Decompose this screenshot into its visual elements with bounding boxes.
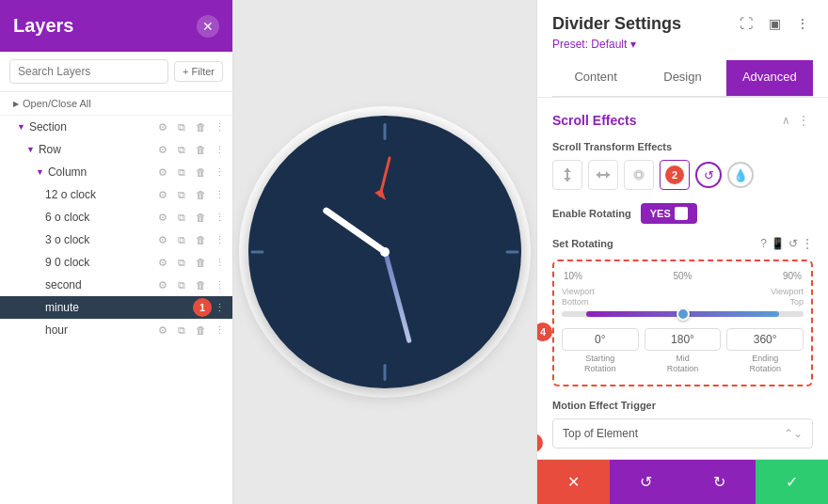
gear-icon[interactable]: ⚙ — [155, 232, 170, 247]
trash-icon[interactable]: 🗑 — [193, 210, 208, 225]
dots-icon[interactable]: ⋮ — [212, 119, 227, 134]
refresh-icon-btn[interactable]: ↺ — [695, 162, 722, 188]
layer-item-3oclock[interactable]: 3 o clock ⚙ ⧉ 🗑 ⋮ — [0, 228, 232, 251]
more-icon[interactable]: ⋮ — [792, 13, 813, 34]
slider-thumb[interactable] — [677, 307, 690, 321]
dots-icon[interactable]: ⋮ — [212, 165, 227, 180]
mobile-icon[interactable]: 📱 — [771, 237, 785, 250]
layer-item-column[interactable]: ▼ Column ⚙ ⧉ 🗑 ⋮ — [0, 161, 232, 183]
drop-icon-btn[interactable]: 💧 — [727, 162, 754, 188]
layer-item-9oclock[interactable]: 9 0 clock ⚙ ⧉ 🗑 ⋮ — [0, 251, 232, 274]
clock-wrapper — [248, 116, 521, 388]
copy-icon[interactable]: ⧉ — [174, 323, 189, 338]
trash-icon[interactable]: 🗑 — [193, 255, 208, 270]
trash-icon[interactable]: 🗑 — [193, 232, 208, 247]
more-dots-icon[interactable]: ⋮ — [802, 237, 813, 250]
minute-label: minute — [45, 301, 193, 314]
copy-icon[interactable]: ⧉ — [174, 210, 189, 225]
redo-button[interactable]: ↻ — [683, 460, 756, 504]
dots-icon[interactable]: ⋮ — [212, 210, 227, 225]
gear-icon[interactable]: ⚙ — [155, 142, 170, 157]
motion-trigger-select[interactable]: Top of Element ⌃⌄ — [552, 418, 813, 449]
layer-item-section[interactable]: ▼ Section ⚙ ⧉ 🗑 ⋮ — [0, 116, 232, 138]
undo-icon[interactable]: ↺ — [788, 237, 798, 250]
starting-rotation-input[interactable] — [562, 328, 639, 351]
gear-icon[interactable]: ⚙ — [155, 187, 170, 202]
trash-icon[interactable]: 🗑 — [193, 187, 208, 202]
question-icon[interactable]: ? — [760, 237, 767, 250]
copy-icon[interactable]: ⧉ — [174, 119, 189, 134]
motion-trigger-label: Motion Effect Trigger — [552, 400, 813, 411]
trash-icon[interactable]: 🗑 — [193, 323, 208, 338]
search-input[interactable] — [9, 59, 168, 84]
settings-title: Divider Settings — [552, 14, 681, 34]
fullscreen-icon[interactable]: ⛶ — [736, 13, 756, 34]
transform-icon-horizontal[interactable] — [588, 160, 618, 190]
clock-center-dot — [380, 247, 390, 257]
undo-button[interactable]: ↺ — [610, 460, 682, 504]
layer-item-row[interactable]: ▼ Row ⚙ ⧉ 🗑 ⋮ — [0, 138, 232, 161]
confirm-button[interactable]: ✓ — [756, 460, 828, 504]
viewport-labels: ViewportBottom ViewportTop — [562, 287, 804, 307]
set-rotating-icons: ? 📱 ↺ ⋮ — [760, 237, 813, 250]
gear-icon[interactable]: ⚙ — [155, 210, 170, 225]
layers-search-bar: + Filter — [0, 52, 232, 92]
filter-button[interactable]: + Filter — [174, 61, 223, 82]
minute-icons: 1 ⚙ ⋮ — [193, 300, 227, 315]
copy-icon[interactable]: ⧉ — [174, 232, 189, 247]
dots-icon[interactable]: ⋮ — [212, 300, 227, 315]
slider-track[interactable] — [562, 311, 804, 317]
pct-90: 90% — [783, 271, 802, 281]
copy-icon[interactable]: ⧉ — [174, 142, 189, 157]
gear-icon[interactable]: ⚙ — [155, 277, 170, 292]
transform-icon-vertical[interactable] — [552, 160, 582, 190]
tab-content[interactable]: Content — [552, 60, 639, 96]
dots-icon[interactable]: ⋮ — [212, 277, 227, 292]
columns-icon[interactable]: ▣ — [764, 13, 785, 34]
trash-icon[interactable]: 🗑 — [193, 119, 208, 134]
mid-rotation-input[interactable] — [645, 328, 722, 351]
trash-icon[interactable]: 🗑 — [193, 165, 208, 180]
transform-icon-blur[interactable] — [624, 160, 654, 190]
trash-icon[interactable]: 🗑 — [193, 277, 208, 292]
dots-icon[interactable]: ⋮ — [212, 142, 227, 157]
toggle-yes-button[interactable]: YES — [641, 203, 697, 224]
ending-rotation-input[interactable] — [726, 328, 804, 351]
open-close-all[interactable]: Open/Close All — [0, 92, 232, 116]
tab-advanced[interactable]: Advanced — [726, 60, 813, 96]
copy-icon[interactable]: ⧉ — [174, 165, 189, 180]
gear-icon[interactable]: ⚙ — [155, 119, 170, 134]
collapse-arrow[interactable]: ∧ — [782, 114, 790, 127]
copy-icon[interactable]: ⧉ — [174, 187, 189, 202]
preset-text[interactable]: Preset: Default — [552, 38, 627, 51]
trash-icon[interactable]: 🗑 — [193, 142, 208, 157]
transform-label: Scroll Transform Effects — [552, 141, 813, 152]
settings-header-icons: ⛶ ▣ ⋮ — [736, 13, 813, 34]
preset-label: Preset: Default ▾ — [552, 38, 813, 51]
gear-icon[interactable]: ⚙ — [155, 165, 170, 180]
gear-icon[interactable]: ⚙ — [155, 255, 170, 270]
dots-icon[interactable]: ⋮ — [212, 187, 227, 202]
layer-item-minute[interactable]: minute 1 ⚙ ⋮ — [0, 296, 232, 319]
layer-item-12oclock[interactable]: 12 o clock ⚙ ⧉ 🗑 ⋮ — [0, 183, 232, 206]
layer-item-second[interactable]: second ⚙ ⧉ 🗑 ⋮ — [0, 274, 232, 296]
tab-design[interactable]: Design — [639, 60, 725, 96]
gear-icon[interactable]: ⚙ — [155, 323, 170, 338]
copy-icon[interactable]: ⧉ — [174, 255, 189, 270]
copy-icon[interactable]: ⧉ — [174, 277, 189, 292]
9oclock-icons: ⚙ ⧉ 🗑 ⋮ — [155, 255, 227, 270]
layer-item-6oclock[interactable]: 6 o clock ⚙ ⧉ 🗑 ⋮ — [0, 206, 232, 228]
layer-item-hour[interactable]: hour ⚙ ⧉ 🗑 ⋮ — [0, 319, 232, 341]
6oclock-icons: ⚙ ⧉ 🗑 ⋮ — [155, 210, 227, 225]
layers-close-button[interactable]: ✕ — [197, 15, 219, 38]
transform-icon-rotate-active[interactable]: 2 — [660, 160, 690, 190]
svg-marker-1 — [374, 189, 386, 200]
badge-1: 1 — [193, 298, 212, 317]
cancel-button[interactable]: ✕ — [537, 460, 610, 504]
dots-icon[interactable]: ⋮ — [212, 323, 227, 338]
section-more-icon[interactable]: ⋮ — [794, 111, 813, 130]
dots-icon[interactable]: ⋮ — [212, 232, 227, 247]
dots-icon[interactable]: ⋮ — [212, 255, 227, 270]
settings-tabs: Content Design Advanced — [552, 60, 813, 97]
scroll-effects-header: Scroll Effects ∧ ⋮ — [552, 111, 813, 130]
